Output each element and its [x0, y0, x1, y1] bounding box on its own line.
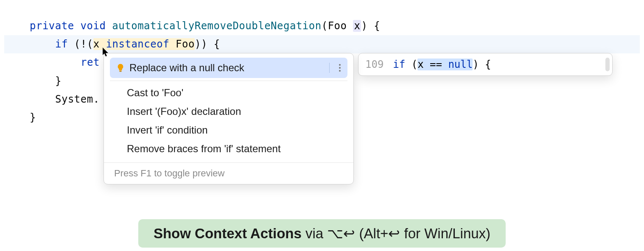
brace: {: [374, 20, 380, 32]
action-invert-if[interactable]: Invert 'if' condition: [104, 121, 353, 139]
lightbulb-icon: [116, 63, 129, 73]
popup-hint: Press F1 to toggle preview: [104, 162, 353, 184]
keyword-return: ret: [81, 56, 100, 68]
svg-point-4: [339, 70, 341, 72]
preview-code: if (x == null) {: [393, 59, 491, 70]
scrollbar-thumb[interactable]: [605, 58, 610, 71]
keyword-if: if: [55, 38, 68, 50]
preview-line-number: 109: [365, 59, 384, 70]
action-insert-declaration[interactable]: Insert '(Foo)x' declaration: [104, 102, 353, 121]
action-preview-panel: 109 if (x == null) {: [358, 53, 613, 76]
keyword-void: void: [81, 20, 106, 32]
type-name: Foo: [328, 20, 347, 32]
shortcut-mac: ⌥↩: [327, 226, 355, 241]
more-options-icon[interactable]: [335, 64, 345, 72]
method-name: automaticallyRemoveDoubleNegation: [112, 20, 321, 32]
keyword-private: private: [30, 20, 74, 32]
code-line-active: if (!(x instanceof Foo)) {: [4, 35, 640, 53]
keyword-instanceof: instanceof: [106, 38, 170, 50]
context-actions-popup: Replace with a null check Cast to 'Foo' …: [104, 53, 354, 184]
action-label: Invert 'if' condition: [127, 124, 208, 136]
action-replace-null-check[interactable]: Replace with a null check: [110, 58, 347, 78]
action-label: Insert '(Foo)x' declaration: [127, 106, 241, 117]
shortcut-win: Alt+: [364, 226, 389, 241]
action-label: Remove braces from 'if' statement: [127, 143, 281, 155]
tip-banner: Show Context Actions via ⌥↩ (Alt+↩ for W…: [138, 219, 506, 248]
code-line: private void automaticallyRemoveDoubleNe…: [4, 17, 640, 35]
action-label: Replace with a null check: [129, 62, 244, 74]
param-name: x: [353, 20, 361, 32]
action-label: Cast to 'Foo': [127, 87, 183, 99]
action-cast-to-foo[interactable]: Cast to 'Foo': [104, 84, 353, 102]
svg-rect-1: [119, 71, 122, 72]
banner-title: Show Context Actions: [154, 226, 302, 241]
separator: [110, 81, 347, 81]
svg-point-3: [339, 67, 341, 69]
action-remove-braces[interactable]: Remove braces from 'if' statement: [104, 139, 353, 158]
svg-point-2: [339, 64, 341, 66]
